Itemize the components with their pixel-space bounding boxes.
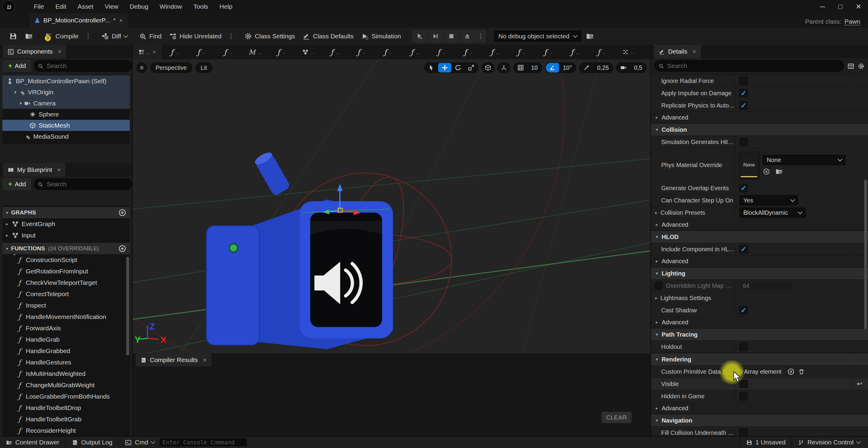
- scale-tool-button[interactable]: [465, 63, 478, 72]
- class-settings-button[interactable]: Class Settings: [241, 30, 299, 42]
- function-item-losegrabbedfrombothhands[interactable]: ƒLoseGrabbedFromBothHands: [2, 391, 130, 402]
- menu-asset[interactable]: Asset: [72, 0, 99, 13]
- graph-tab-10[interactable]: ƒ..: [402, 45, 428, 59]
- my-blueprint-search-input[interactable]: [46, 180, 128, 188]
- checkbox-replicate-physics-to-autonomou[interactable]: ✓: [739, 101, 748, 110]
- checkbox-fill-collision-underneath-for-nav[interactable]: [739, 428, 748, 437]
- rotate-tool-button[interactable]: [452, 63, 465, 72]
- components-search-input[interactable]: [46, 62, 128, 70]
- expander-icon[interactable]: ▾: [18, 101, 24, 106]
- console-command-input[interactable]: Enter Console Command: [159, 438, 247, 447]
- browse-icon[interactable]: [775, 168, 782, 175]
- asset-tab[interactable]: ♟ BP_MotionControllerP... * ×: [30, 13, 128, 28]
- angle-snap-button[interactable]: [546, 63, 559, 72]
- tree-item-vrorigin[interactable]: ▾VROrigin: [2, 87, 130, 98]
- frame-skip-button[interactable]: [428, 30, 443, 43]
- tree-item-mediasound[interactable]: MediaSound: [2, 131, 130, 142]
- details-tab-close-icon[interactable]: ×: [692, 48, 696, 55]
- angle-snap-value[interactable]: 10°: [559, 63, 576, 72]
- function-item-handlegrabbed[interactable]: ƒHandleGrabbed: [2, 345, 130, 357]
- camera-speed-button[interactable]: [617, 63, 630, 72]
- add-circle-icon[interactable]: [118, 245, 126, 252]
- add-circle-icon[interactable]: [118, 209, 126, 216]
- diff-button[interactable]: Diff: [98, 30, 131, 42]
- graph-tab-12[interactable]: ƒ..: [455, 45, 482, 59]
- graph-tab-3[interactable]: ƒ..: [215, 45, 242, 59]
- output-log-button[interactable]: Output Log: [66, 437, 118, 448]
- tab-close-icon[interactable]: ×: [153, 49, 156, 56]
- graph-tab-7[interactable]: ƒ..: [321, 45, 348, 59]
- hide-unrelated-button[interactable]: Hide Unrelated: [165, 30, 225, 42]
- close-icon[interactable]: ✕: [856, 3, 861, 11]
- scale-snap-value[interactable]: 0,25: [593, 63, 612, 72]
- expander-icon[interactable]: ▸: [655, 295, 658, 301]
- play-options-kebab-icon[interactable]: ⋮: [475, 30, 486, 43]
- tree-item-staticmesh[interactable]: StaticMesh: [2, 120, 130, 131]
- checkbox-generate-overlap-events[interactable]: ✓: [739, 184, 748, 192]
- my-blueprint-search[interactable]: [34, 178, 132, 190]
- scale-snap-button[interactable]: [580, 63, 593, 72]
- menu-window[interactable]: Window: [154, 0, 188, 13]
- camera-speed-value[interactable]: 0,5: [630, 63, 646, 72]
- debug-browse-button[interactable]: [582, 30, 598, 42]
- move-tool-button[interactable]: [438, 63, 452, 72]
- function-item-handlegestures[interactable]: ƒHandleGestures: [2, 357, 130, 368]
- override-checkbox[interactable]: [655, 282, 662, 289]
- graph-tab-15[interactable]: ƒ..: [535, 45, 562, 59]
- function-item-forwardaxis[interactable]: ƒForwardAxis: [2, 322, 130, 334]
- asset-dropdown[interactable]: None: [763, 155, 845, 165]
- details-settings-icon[interactable]: [858, 62, 864, 69]
- dropdown-collision-presets[interactable]: BlockAllDynamic: [739, 208, 806, 218]
- select-tool-button[interactable]: [425, 63, 438, 72]
- function-item-correctteleport[interactable]: ƒCorrectTeleport: [2, 288, 130, 300]
- display-filter-icon[interactable]: [848, 62, 854, 69]
- graph-tab-18[interactable]: ..: [615, 45, 642, 59]
- graph-tab-11[interactable]: ƒ..: [428, 45, 455, 59]
- functions-header[interactable]: ▾FUNCTIONS(24 OVERRIDABLE): [2, 243, 130, 254]
- graph-tab-14[interactable]: ƒ..: [508, 45, 535, 59]
- input-overridden-light-map-res[interactable]: 64: [739, 281, 794, 290]
- graph-tab-2[interactable]: ƒ..: [188, 45, 215, 59]
- checkbox-simulation-generates-hit-events[interactable]: [739, 138, 748, 146]
- graphs-header[interactable]: ▾GRAPHS: [2, 207, 130, 218]
- menu-tools[interactable]: Tools: [188, 0, 214, 13]
- simulation-button[interactable]: Simulation: [358, 30, 405, 42]
- advanced-row[interactable]: ▸Advanced: [651, 316, 868, 328]
- asset-thumbnail[interactable]: None: [739, 152, 758, 178]
- checkbox-cast-shadow[interactable]: ✓: [739, 306, 748, 314]
- revert-icon[interactable]: ↩: [851, 378, 868, 390]
- components-tab-close-icon[interactable]: ×: [58, 48, 61, 55]
- graph-tab-9[interactable]: ƒ..: [375, 45, 402, 59]
- checkbox-holdout[interactable]: [739, 343, 748, 351]
- function-item-checkviewteleporttarget[interactable]: ƒCheckViewTeleportTarget: [2, 277, 130, 288]
- clear-button[interactable]: CLEAR: [601, 412, 631, 423]
- debug-object-select[interactable]: No debug object selected: [493, 30, 582, 42]
- section-collision[interactable]: ▾Collision: [651, 124, 868, 136]
- tab-details[interactable]: Details ×: [654, 45, 701, 58]
- graph-tab-active[interactable]: ..×: [133, 45, 161, 59]
- grid-snap-value[interactable]: 10: [527, 63, 541, 72]
- world-local-toggle[interactable]: [482, 62, 495, 73]
- compile-options-kebab-icon[interactable]: ⋮: [83, 32, 94, 40]
- surface-snapping-button[interactable]: [497, 62, 510, 73]
- content-drawer-button[interactable]: Content Drawer: [0, 437, 65, 448]
- components-search[interactable]: [34, 60, 132, 72]
- graph-tab-5[interactable]: ƒ..: [268, 45, 295, 59]
- function-item-getrotationfrominput[interactable]: ƒGetRotationFromInput: [2, 266, 130, 277]
- browse-asset-button[interactable]: [21, 30, 37, 42]
- compiler-tab-close-icon[interactable]: ×: [203, 357, 207, 364]
- graph-tab-1[interactable]: ƒ..: [161, 45, 188, 59]
- tree-item-sphere[interactable]: Sphere: [2, 109, 130, 120]
- function-item-handletoolbeltdrop[interactable]: ƒHandleToolbeltDrop: [2, 402, 130, 414]
- dropdown-can-character-step-up-on[interactable]: Yes: [739, 195, 798, 205]
- play-button[interactable]: [412, 30, 428, 43]
- expander-icon[interactable]: ▸: [655, 210, 658, 215]
- function-item-handletoolbeltgrab[interactable]: ƒHandleToolbeltGrab: [2, 414, 130, 425]
- checkbox-include-component-in-hlod[interactable]: ✓: [739, 245, 748, 253]
- tab-components[interactable]: Components ×: [3, 45, 66, 58]
- perspective-selector[interactable]: Perspective: [150, 62, 192, 73]
- details-search-input[interactable]: [666, 62, 840, 70]
- tab-compiler-results[interactable]: Compiler Results ×: [136, 353, 211, 367]
- function-item-inspect[interactable]: ƒInspect: [2, 300, 130, 311]
- hide-unrelated-kebab-icon[interactable]: ⋮: [225, 32, 237, 40]
